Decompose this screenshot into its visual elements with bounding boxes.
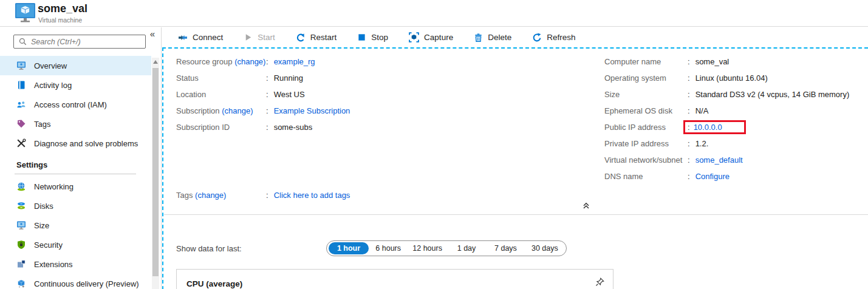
search-input[interactable]: [31, 38, 141, 46]
change-link[interactable]: (change): [222, 106, 253, 115]
people-icon: [16, 100, 26, 109]
collapse-essentials-icon[interactable]: [582, 202, 590, 210]
sidebar-item-security[interactable]: Security: [0, 235, 151, 254]
sidebar-item-overview[interactable]: Overview: [0, 56, 151, 75]
location-row: Location : West US: [176, 86, 350, 103]
operating-system-value: Linux (ubuntu 16.04): [695, 73, 768, 83]
button-label: Delete: [488, 33, 511, 42]
colon: :: [266, 123, 268, 132]
change-link[interactable]: (change): [195, 191, 226, 200]
colon: :: [688, 123, 690, 132]
restart-button[interactable]: Restart: [296, 33, 337, 42]
stop-button[interactable]: Stop: [357, 33, 388, 42]
sidebar-item-tags[interactable]: Tags: [0, 114, 151, 134]
refresh-icon: [532, 33, 542, 42]
sidebar-item-activity-log[interactable]: Activity log: [0, 75, 151, 95]
dns-configure-link[interactable]: Configure: [695, 172, 730, 181]
time-range-selector: 1 hour 6 hours 12 hours 1 day 7 days 30 …: [326, 240, 567, 256]
sidebar-item-extensions[interactable]: Extensions: [0, 254, 151, 274]
section-divider: [164, 214, 868, 215]
public-ip-row: Public IP address : 10.0.0.0: [604, 119, 849, 135]
time-range-1-day[interactable]: 1 day: [447, 244, 486, 253]
status-row: Status : Running: [176, 70, 350, 86]
sidebar-item-label: Overview: [34, 61, 67, 70]
scrollbar-thumb[interactable]: [152, 68, 159, 276]
capture-icon: [409, 32, 419, 42]
field-label: Resource group: [176, 57, 233, 66]
sidebar-scrollbar[interactable]: [152, 58, 159, 289]
sidebar-item-label: Security: [34, 240, 63, 250]
trash-icon: [474, 33, 483, 42]
private-ip-row: Private IP address : 1.2.: [604, 135, 849, 152]
colon: :: [688, 172, 690, 181]
field-label: Private IP address: [604, 139, 688, 148]
page-title: some_val: [38, 2, 87, 15]
tag-icon: [16, 119, 26, 129]
field-label: Public IP address: [604, 123, 688, 132]
journal-icon: [16, 80, 26, 90]
sidebar-item-size[interactable]: Size: [0, 216, 151, 235]
virtual-network-link[interactable]: some_default: [695, 155, 743, 165]
add-tags-link[interactable]: Click here to add tags: [274, 191, 350, 200]
private-ip-value: 1.2.: [695, 139, 709, 148]
colon: :: [266, 191, 268, 200]
public-ip-link[interactable]: 10.0.0.0: [694, 123, 722, 132]
sidebar-item-label: Disks: [34, 202, 53, 211]
colon: :: [688, 106, 690, 115]
colon: :: [266, 57, 268, 66]
field-label: Computer name: [604, 57, 688, 66]
time-range-1-hour[interactable]: 1 hour: [329, 242, 369, 254]
field-label: Status: [176, 73, 266, 83]
colon: :: [266, 90, 268, 99]
scroll-up-icon[interactable]: [152, 58, 159, 66]
button-label: Restart: [310, 33, 337, 42]
button-label: Stop: [371, 33, 388, 42]
colon: :: [688, 155, 690, 165]
extensions-icon: [16, 259, 26, 269]
colon: :: [688, 57, 690, 66]
settings-divider: [15, 174, 136, 174]
sidebar-item-continuous-delivery[interactable]: Continuous delivery (Preview): [0, 274, 151, 289]
sidebar-item-diagnose[interactable]: Diagnose and solve problems: [0, 134, 151, 153]
page-header: some_val Virtual machine: [0, 0, 868, 27]
virtual-machine-icon: [14, 2, 37, 24]
cpu-chart-card: CPU (average): [176, 269, 613, 289]
sidebar-item-access-control[interactable]: Access control (IAM): [0, 95, 151, 114]
essentials-left-column: Resource group (change) : example_rg Sta…: [176, 53, 350, 135]
time-range-30-days[interactable]: 30 days: [525, 244, 564, 253]
sidebar-item-label: Activity log: [34, 81, 72, 90]
subscription-link[interactable]: Example Subscription: [274, 106, 350, 115]
button-label: Refresh: [547, 33, 575, 42]
start-button[interactable]: Start: [244, 33, 275, 42]
button-label: Capture: [424, 33, 453, 42]
time-range-6-hours[interactable]: 6 hours: [369, 244, 408, 253]
resource-group-link[interactable]: example_rg: [274, 57, 315, 66]
field-label: Size: [604, 90, 688, 99]
search-icon: [18, 37, 27, 46]
sidebar-item-disks[interactable]: Disks: [0, 196, 151, 216]
sidebar-item-label: Size: [34, 221, 49, 230]
connect-icon: [178, 33, 188, 42]
subscription-row: Subscription (change) : Example Subscrip…: [176, 103, 350, 119]
restart-icon: [296, 33, 306, 42]
sidebar-item-networking[interactable]: Networking: [0, 177, 151, 196]
sidebar-item-label: Extensions: [34, 260, 73, 269]
capture-button[interactable]: Capture: [409, 32, 453, 42]
globe-icon: [16, 182, 26, 191]
disks-icon: [16, 201, 26, 211]
sidebar-collapse-icon[interactable]: «: [150, 29, 155, 39]
delivery-icon: [16, 279, 26, 288]
sidebar-search[interactable]: [13, 35, 146, 49]
page-subtitle: Virtual machine: [38, 16, 82, 24]
delete-button[interactable]: Delete: [474, 33, 511, 42]
button-label: Connect: [193, 33, 223, 42]
refresh-button[interactable]: Refresh: [532, 33, 575, 42]
connect-button[interactable]: Connect: [178, 33, 223, 42]
field-label: Ephemeral OS disk: [604, 106, 688, 115]
show-data-label: Show data for last:: [176, 244, 242, 253]
time-range-7-days[interactable]: 7 days: [486, 244, 525, 253]
pin-icon[interactable]: [595, 277, 605, 287]
time-range-12-hours[interactable]: 12 hours: [408, 244, 446, 253]
change-link[interactable]: (change): [234, 57, 265, 66]
play-icon: [244, 33, 253, 42]
